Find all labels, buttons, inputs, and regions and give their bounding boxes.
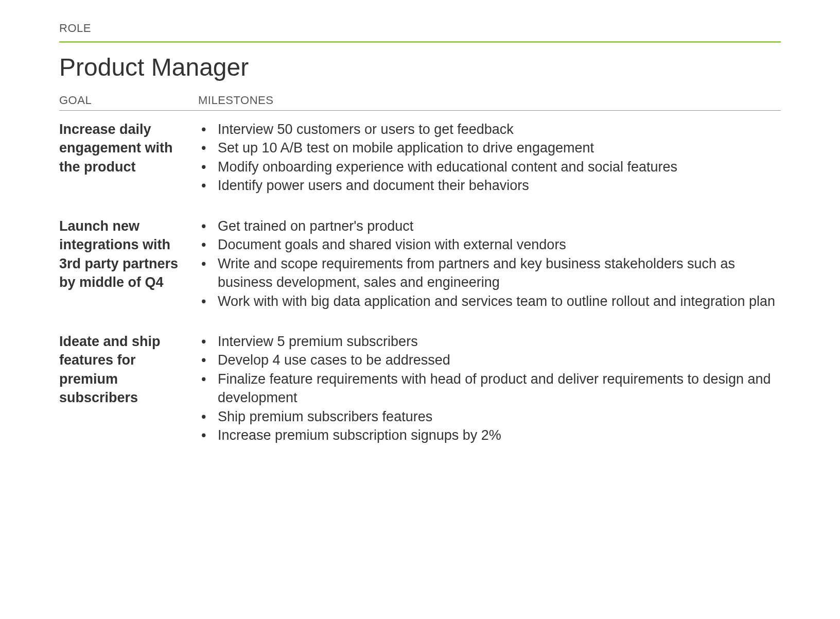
goal-text: Launch new integrations with 3rd party p…	[59, 217, 198, 311]
role-label: ROLE	[59, 22, 781, 35]
goal-text: Increase daily engagement with the produ…	[59, 120, 198, 195]
goal-text: Ideate and ship features for premium sub…	[59, 332, 198, 445]
milestone-item: Finalize feature requirements with head …	[198, 370, 781, 407]
milestone-item: Develop 4 use cases to be addressed	[198, 351, 781, 369]
milestone-item: Write and scope requirements from partne…	[198, 254, 781, 292]
milestone-list: Interview 5 premium subscribers Develop …	[198, 332, 781, 445]
milestone-list: Interview 50 customers or users to get f…	[198, 120, 781, 195]
goal-row: Launch new integrations with 3rd party p…	[59, 217, 781, 311]
table-headers: GOAL MILESTONES	[59, 94, 781, 111]
milestone-item: Modify onboarding experience with educat…	[198, 158, 781, 176]
section-divider	[59, 41, 781, 43]
milestone-item: Increase premium subscription signups by…	[198, 426, 781, 444]
goal-row: Ideate and ship features for premium sub…	[59, 332, 781, 445]
milestone-item: Get trained on partner's product	[198, 217, 781, 235]
milestone-item: Document goals and shared vision with ex…	[198, 235, 781, 254]
milestone-item: Identify power users and document their …	[198, 176, 781, 195]
goal-row: Increase daily engagement with the produ…	[59, 120, 781, 195]
milestone-item: Work with with big data application and …	[198, 292, 781, 311]
milestone-item: Ship premium subscribers features	[198, 407, 781, 426]
role-title: Product Manager	[59, 53, 781, 81]
milestones-header: MILESTONES	[198, 94, 273, 107]
goal-header: GOAL	[59, 94, 198, 107]
milestone-item: Set up 10 A/B test on mobile application…	[198, 139, 781, 157]
milestone-item: Interview 5 premium subscribers	[198, 332, 781, 351]
milestone-item: Interview 50 customers or users to get f…	[198, 120, 781, 139]
milestone-list: Get trained on partner's product Documen…	[198, 217, 781, 311]
